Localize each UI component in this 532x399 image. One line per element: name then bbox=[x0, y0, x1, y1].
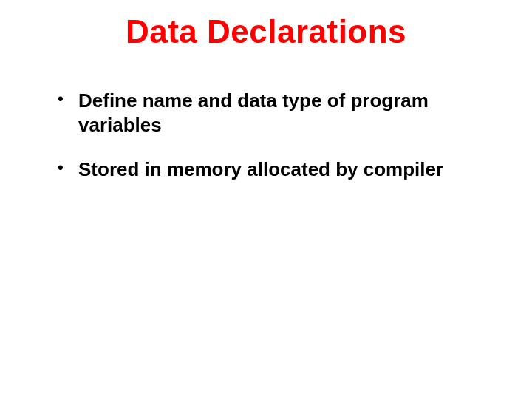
bullet-list: Define name and data type of program var… bbox=[52, 89, 488, 182]
list-item: Define name and data type of program var… bbox=[52, 89, 488, 137]
bullet-text: Stored in memory allocated by compiler bbox=[78, 158, 443, 180]
slide-body: Define name and data type of program var… bbox=[52, 89, 488, 202]
slide: Data Declarations Define name and data t… bbox=[0, 0, 532, 399]
bullet-text: Define name and data type of program var… bbox=[78, 89, 429, 136]
list-item: Stored in memory allocated by compiler bbox=[52, 157, 488, 182]
slide-title: Data Declarations bbox=[0, 13, 532, 50]
